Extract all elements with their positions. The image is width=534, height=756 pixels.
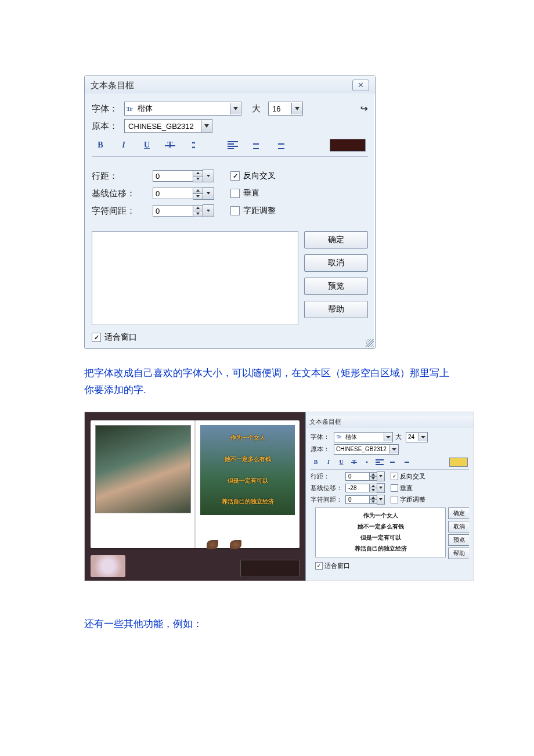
unit-select[interactable] [203, 204, 214, 217]
font-select[interactable]: Tr 楷体 [124, 102, 241, 116]
size-label: 大 [395, 433, 403, 441]
text-overlay: 作为一个女人 她不一定多么有钱 但是一定有可以 养活自己的独立经济 [200, 425, 295, 515]
bold-button[interactable]: B [312, 458, 320, 466]
strikethrough-button[interactable]: T [350, 458, 358, 466]
fit-window-checkbox[interactable]: ✓适合窗口 [92, 332, 137, 343]
underline-button[interactable]: U [140, 139, 153, 152]
baseline-input[interactable] [153, 187, 214, 200]
truetype-icon: Tr [334, 434, 344, 440]
preview-button[interactable]: 预览 [304, 278, 368, 295]
preview-button[interactable]: 预览 [448, 534, 469, 546]
cancel-button[interactable]: 取消 [448, 521, 469, 532]
text-entry-dialog: 文本条目框 ✕ 字体： Tr 楷体 大 16 ↪ 原本： [84, 75, 376, 349]
strikethrough-button[interactable]: T [164, 139, 176, 152]
chevron-down-icon[interactable] [201, 120, 212, 132]
dialog-title: 文本条目框 [91, 80, 134, 91]
script-select[interactable]: CHINESE_GB2312 [124, 119, 212, 133]
fit-window-checkbox[interactable]: ✓适合窗口 [315, 561, 350, 570]
color-swatch[interactable] [330, 139, 366, 152]
char-spacing-label: 字符间距： [311, 495, 343, 504]
reverse-checkbox[interactable]: ✓反向交叉 [230, 171, 276, 181]
spin-down-icon[interactable] [193, 177, 203, 182]
help-button[interactable]: 帮助 [304, 301, 368, 318]
font-select[interactable]: Tr楷体 [334, 432, 393, 442]
line-spacing-input[interactable] [345, 471, 385, 481]
align-center-button[interactable] [250, 139, 262, 152]
truetype-icon: Tr [125, 105, 134, 112]
butterfly-icon [207, 540, 218, 549]
line-spacing-input[interactable] [153, 170, 214, 182]
kerning-checkbox[interactable]: 字距调整 [230, 206, 276, 216]
more-icon[interactable]: ▪ [363, 458, 371, 466]
chevron-down-icon[interactable] [418, 433, 427, 441]
spin-up-icon[interactable] [193, 206, 203, 211]
size-select[interactable]: 16 [268, 102, 303, 116]
close-button[interactable]: ✕ [352, 80, 369, 91]
example-screenshot: 作为一个女人 她不一定多么有钱 但是一定有可以 养活自己的独立经济 文本条目框 … [84, 412, 474, 581]
size-label: 大 [252, 103, 264, 114]
color-swatch[interactable] [449, 458, 468, 467]
script-select[interactable]: CHINESE_GB2312 [334, 444, 399, 455]
baseline-label: 基线位移： [311, 484, 343, 492]
ok-button[interactable]: 确定 [448, 507, 469, 519]
ok-button[interactable]: 确定 [304, 231, 368, 249]
kerning-checkbox[interactable]: 字距调整 [391, 495, 425, 504]
script-label: 原本： [92, 121, 120, 132]
italic-button[interactable]: I [117, 139, 130, 152]
chevron-down-icon[interactable] [291, 103, 302, 114]
spin-up-icon[interactable] [193, 188, 203, 194]
preview-textarea[interactable]: 作为一个女人 她不一定多么有钱 但是一定有可以 养活自己的独立经济 [315, 507, 446, 557]
slot-box [240, 560, 300, 577]
format-toolbar: B I U T ▪▪▪▪ [92, 136, 368, 157]
spin-down-icon[interactable] [193, 211, 203, 217]
font-label: 字体： [92, 103, 120, 114]
chevron-down-icon[interactable] [230, 103, 241, 114]
baseline-label: 基线位移： [92, 188, 147, 199]
help-button[interactable]: 帮助 [448, 548, 469, 559]
align-left-button[interactable] [376, 458, 384, 466]
expand-icon[interactable]: ↪ [360, 103, 368, 114]
unit-select[interactable] [203, 187, 214, 200]
align-left-button[interactable] [226, 139, 239, 152]
dialog-title: 文本条目框 [309, 417, 341, 426]
text-entry-dialog-small: 文本条目框 字体： Tr楷体 大 24 原本： CHINESE_GB2312 B… [305, 412, 474, 581]
bold-button[interactable]: B [94, 139, 107, 152]
underline-button[interactable]: U [337, 458, 345, 466]
instruction-paragraph-1: 把字体改成自己喜欢的字体大小，可以随便调，在文本区（矩形空白区域）那里写上你要添… [84, 365, 456, 399]
char-spacing-input[interactable] [345, 495, 385, 505]
line-spacing-label: 行距： [311, 472, 343, 481]
align-center-button[interactable] [388, 458, 396, 466]
chevron-down-icon[interactable] [384, 433, 392, 441]
vertical-checkbox[interactable]: 垂直 [391, 484, 413, 492]
book-preview: 作为一个女人 她不一定多么有钱 但是一定有可以 养活自己的独立经济 [85, 412, 305, 581]
decoration-icon [91, 555, 125, 577]
char-spacing-label: 字符间距： [92, 206, 147, 217]
more-icon[interactable]: ▪▪▪▪ [187, 139, 200, 152]
butterfly-icon [230, 540, 241, 549]
size-select[interactable]: 24 [406, 432, 428, 442]
spin-up-icon[interactable] [193, 171, 203, 177]
photo-image [95, 425, 191, 513]
font-label: 字体： [311, 433, 331, 441]
italic-button[interactable]: I [324, 458, 333, 466]
resize-grip-icon[interactable] [366, 339, 374, 347]
cancel-button[interactable]: 取消 [304, 254, 368, 272]
align-right-button[interactable] [273, 139, 286, 152]
preview-textarea[interactable] [92, 231, 298, 325]
titlebar: 文本条目框 ✕ [85, 76, 375, 93]
script-label: 原本： [311, 445, 331, 453]
char-spacing-input[interactable] [153, 204, 214, 217]
baseline-input[interactable] [345, 483, 385, 493]
vertical-checkbox[interactable]: 垂直 [230, 188, 259, 199]
chevron-down-icon[interactable] [389, 445, 398, 453]
unit-select[interactable] [203, 170, 214, 182]
instruction-paragraph-2: 还有一些其他功能，例如： [84, 616, 456, 633]
reverse-checkbox[interactable]: ✓反向交叉 [391, 472, 425, 481]
align-right-button[interactable] [401, 458, 409, 466]
spin-down-icon[interactable] [193, 194, 203, 199]
line-spacing-label: 行距： [92, 171, 147, 182]
